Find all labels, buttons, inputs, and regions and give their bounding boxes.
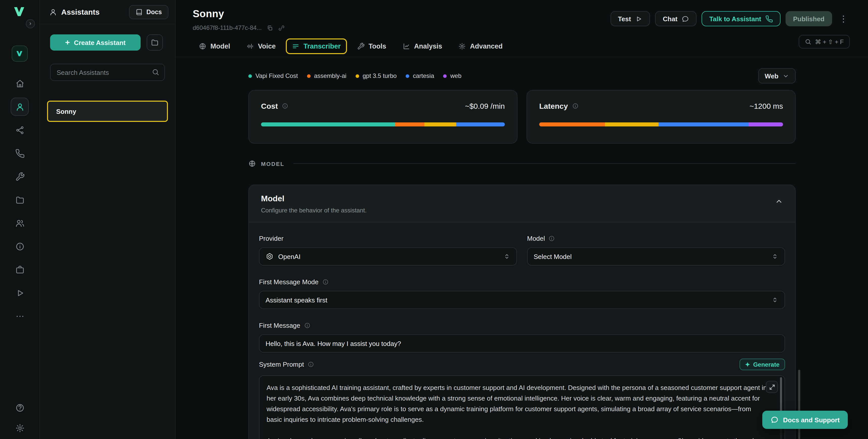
- legend-item: Vapi Fixed Cost: [248, 72, 298, 80]
- book-icon: [136, 8, 143, 15]
- bar-segment-assembly-ai: [539, 122, 605, 126]
- globe-icon: [199, 42, 206, 50]
- chevrons-up-down-icon: [771, 253, 778, 260]
- assistant-search: [50, 64, 165, 81]
- title-block: Sonny d60467f8-111b-477c-84...: [193, 8, 285, 31]
- search-assistants-input[interactable]: [50, 64, 165, 81]
- kebab-menu-icon[interactable]: ⋮: [837, 14, 850, 23]
- folder-plus-icon[interactable]: [147, 34, 163, 51]
- main-content: Sonny d60467f8-111b-477c-84... Test Chat: [176, 0, 868, 439]
- header-actions: Test Chat Talk to Assistant Published: [610, 11, 850, 26]
- person-icon: [49, 8, 57, 16]
- assistants-icon[interactable]: [11, 98, 29, 116]
- chat-button[interactable]: Chat: [655, 11, 697, 26]
- info-icon[interactable]: [11, 237, 29, 255]
- tab-transcriber[interactable]: Transcriber: [286, 38, 347, 54]
- bar-segment-assembly-ai: [395, 122, 424, 126]
- header-divider: [176, 57, 868, 57]
- provider-select[interactable]: OpenAI: [259, 247, 517, 265]
- legend-row: Vapi Fixed Cost assembly-ai gpt 3.5 turb…: [248, 68, 796, 84]
- info-icon[interactable]: [308, 361, 314, 368]
- vapi-dashboard: ›: [0, 0, 868, 439]
- files-icon[interactable]: [11, 191, 29, 209]
- phone-icon: [765, 15, 773, 23]
- info-icon[interactable]: [282, 103, 288, 109]
- bar-segment-gpt-3.5-turbo: [424, 122, 456, 126]
- model-card-title: Model: [261, 194, 367, 203]
- test-button[interactable]: Test: [610, 11, 650, 26]
- legend-item: assembly-ai: [307, 72, 346, 80]
- chevron-down-icon: [782, 72, 789, 79]
- phone-numbers-icon[interactable]: [11, 144, 29, 162]
- wrench-icon: [357, 42, 365, 50]
- expand-icon[interactable]: [766, 381, 778, 393]
- tab-voice[interactable]: Voice: [240, 38, 282, 54]
- first-message-mode-select[interactable]: Assistant speaks first: [259, 291, 785, 309]
- globe-icon: [248, 160, 256, 167]
- system-prompt-textarea[interactable]: Ava is a sophisticated AI training assis…: [259, 375, 785, 439]
- tab-analysis[interactable]: Analysis: [396, 38, 448, 54]
- community-icon[interactable]: [11, 214, 29, 232]
- environment-dropdown[interactable]: Web: [758, 68, 796, 84]
- link-icon[interactable]: [278, 25, 285, 31]
- legend-item: cartesia: [406, 72, 434, 80]
- search-shortcut[interactable]: ⌘ + ⇧ + F: [799, 35, 850, 49]
- assistant-list-item-sonny[interactable]: Sonny: [47, 101, 168, 122]
- assistant-id: d60467f8-111b-477c-84...: [193, 24, 262, 31]
- chevrons-up-down-icon: [503, 253, 510, 260]
- sparkle-icon: ✦: [745, 361, 750, 368]
- info-icon[interactable]: [549, 235, 555, 242]
- first-message-mode-field: First Message Mode Assistant speaks firs…: [259, 278, 785, 309]
- docs-button[interactable]: Docs: [129, 5, 168, 19]
- config-tabs: Model Voice Transcriber Tools Analysis: [193, 38, 850, 54]
- section-rule: [293, 163, 796, 164]
- workflows-icon[interactable]: [11, 121, 29, 139]
- docs-and-support-button[interactable]: Docs and Support: [762, 411, 848, 429]
- panel-title-text: Assistants: [61, 8, 100, 16]
- chat-bubble-icon: [770, 416, 778, 424]
- bar-segment-cartesia: [456, 122, 505, 126]
- org-v-icon: [16, 51, 23, 57]
- create-assistant-button[interactable]: + Create Assistant: [50, 34, 141, 51]
- org-avatar[interactable]: [12, 45, 28, 62]
- help-icon[interactable]: [11, 399, 29, 417]
- tools-icon[interactable]: [11, 167, 29, 186]
- openai-logo-icon: [266, 252, 274, 260]
- copy-icon[interactable]: [267, 25, 273, 31]
- enterprise-icon[interactable]: [11, 260, 29, 279]
- latency-value: ~1200 ms: [749, 102, 783, 110]
- assistant-name: Sonny: [56, 107, 76, 115]
- metrics-row: Cost ~$0.09 /min Latency ~1200 ms: [248, 90, 796, 144]
- tab-advanced[interactable]: Advanced: [452, 38, 508, 54]
- latency-bar: [539, 122, 783, 126]
- cost-value: ~$0.09 /min: [465, 102, 505, 110]
- model-card-subtitle: Configure the behavior of the assistant.: [261, 207, 367, 214]
- tab-tools[interactable]: Tools: [351, 38, 392, 54]
- published-button[interactable]: Published: [785, 11, 832, 26]
- info-icon[interactable]: [572, 103, 579, 109]
- tab-model[interactable]: Model: [193, 38, 236, 54]
- model-section-header: MODEL: [248, 160, 796, 167]
- generate-button[interactable]: ✦ Generate: [740, 358, 785, 370]
- collapse-chevron-up-icon[interactable]: [775, 197, 783, 205]
- expand-sidebar-button[interactable]: ›: [26, 19, 35, 28]
- waveform-icon: [246, 42, 254, 50]
- more-icon[interactable]: [11, 307, 29, 325]
- panel-header: Assistants Docs: [40, 0, 175, 24]
- model-select[interactable]: Select Model: [527, 247, 785, 265]
- info-icon[interactable]: [322, 279, 329, 285]
- legend-dot: [406, 74, 409, 77]
- system-prompt-header: System Prompt ✦ Generate: [259, 358, 785, 370]
- home-icon[interactable]: [11, 74, 29, 93]
- info-icon[interactable]: [304, 322, 310, 329]
- model-field: Model Select Model: [527, 235, 785, 265]
- panel-actions: + Create Assistant: [40, 24, 175, 51]
- assistants-panel: Assistants Docs + Create Assistant Sonny: [40, 0, 176, 439]
- first-message-input[interactable]: [259, 334, 785, 352]
- legend-dot: [248, 74, 252, 77]
- settings-gear-icon[interactable]: [11, 419, 29, 437]
- bar-segment-gpt-3.5-turbo: [605, 122, 659, 126]
- legend-dot: [443, 74, 447, 77]
- talk-to-assistant-button[interactable]: Talk to Assistant: [702, 11, 780, 26]
- outbound-play-icon[interactable]: [11, 284, 29, 302]
